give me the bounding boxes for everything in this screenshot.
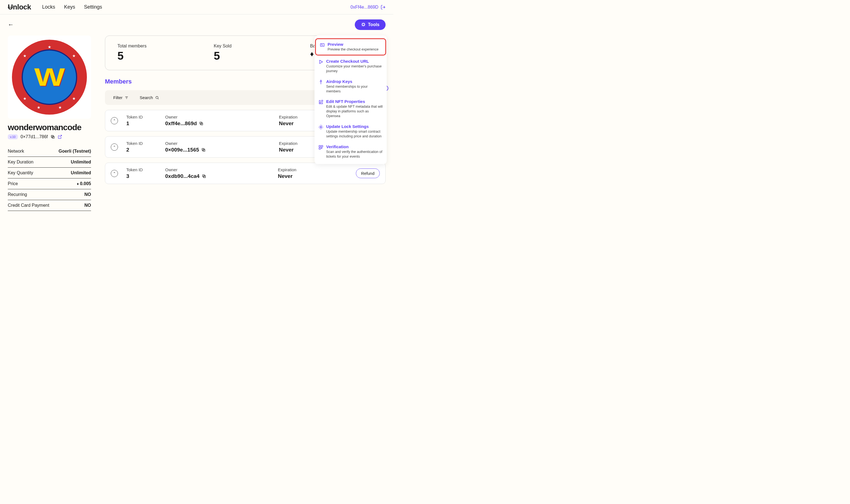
gear-icon (319, 125, 323, 130)
tools-dropdown: Preview Preview the checkout experience … (314, 36, 387, 164)
main-content: Total members 5 Key Sold 5 Bala ♦ Member… (105, 36, 385, 211)
filter-button[interactable]: Filter (113, 95, 128, 100)
search-icon (155, 96, 159, 100)
lock-image: W ★ ★ ★ ★ ★ ★ ★ (8, 36, 91, 119)
expand-button[interactable]: ⌃ (111, 170, 118, 177)
nav-settings[interactable]: Settings (84, 4, 102, 10)
refund-button[interactable]: Refund (356, 168, 380, 178)
stat-sold: Key Sold 5 (214, 43, 277, 62)
svg-rect-20 (319, 148, 320, 149)
lock-title: wonderwomancode (8, 123, 91, 132)
svg-point-5 (156, 96, 158, 98)
dropdown-preview[interactable]: Preview Preview the checkout experience (315, 38, 386, 55)
tools-icon (361, 22, 366, 27)
copy-icon[interactable] (201, 148, 206, 152)
tools-button[interactable]: Tools (355, 19, 385, 30)
copy-icon[interactable] (51, 134, 55, 139)
back-arrow[interactable]: ← (8, 21, 14, 28)
wallet-display[interactable]: 0xFf4e...869D (350, 5, 386, 10)
dropdown-checkout[interactable]: Create Checkout URL Customize your membe… (314, 56, 387, 76)
svg-rect-21 (322, 148, 322, 148)
lock-sidebar: W ★ ★ ★ ★ ★ ★ ★ wonderwomancode v.10 0×7… (8, 36, 91, 211)
play-icon (319, 59, 323, 65)
dropdown-settings[interactable]: Update Lock Settings Update membership s… (314, 121, 387, 142)
ethereum-icon: ♦ (77, 181, 79, 186)
lock-info-table: Network Goerli (Testnet) Key Duration Un… (8, 146, 91, 211)
wallet-address: 0xFf4e...869D (350, 5, 379, 10)
svg-rect-18 (319, 145, 320, 147)
search-button[interactable]: Search (140, 95, 159, 100)
dropdown-verify[interactable]: Verification Scan and verify the authent… (314, 142, 387, 162)
lock-address: 0×77d1...786f (20, 134, 48, 139)
main-nav: Locks Keys Settings (42, 4, 102, 10)
ethereum-icon: ♦ (310, 50, 314, 58)
info-cc: Credit Card Payment NO (8, 200, 91, 211)
svg-line-6 (158, 98, 159, 99)
expand-button[interactable]: ⌃ (111, 143, 118, 151)
info-recurring: Recurring NO (8, 189, 91, 200)
preview-icon (320, 42, 325, 48)
nav-locks[interactable]: Locks (42, 4, 55, 10)
edit-icon (319, 100, 323, 105)
info-network: Network Goerli (Testnet) (8, 146, 91, 157)
svg-marker-16 (320, 60, 323, 64)
app-header: Unlock Locks Keys Settings 0xFf4e...869D (0, 0, 393, 14)
info-duration: Key Duration Unlimited (8, 157, 91, 168)
member-row: ⌃ Token ID 3 Owner 0xdb90...4ca4 Expirat… (105, 163, 385, 184)
external-link-icon[interactable] (58, 134, 62, 139)
info-price: Price ♦0.005 (8, 178, 91, 189)
expand-button[interactable]: ⌃ (111, 117, 118, 124)
dropdown-airdrop[interactable]: Airdrop Keys Send memberships to your me… (314, 76, 387, 96)
dropdown-nft[interactable]: Edit NFT Properties Edit & update NFT me… (314, 96, 387, 121)
filter-icon (125, 96, 128, 100)
logo[interactable]: Unlock (8, 3, 31, 12)
copy-icon[interactable] (199, 121, 203, 126)
qr-icon (319, 145, 323, 150)
stat-members: Total members 5 (117, 43, 180, 62)
airdrop-icon (319, 80, 323, 85)
svg-rect-19 (322, 145, 323, 147)
svg-point-17 (320, 127, 322, 128)
copy-icon[interactable] (202, 174, 206, 178)
nav-keys[interactable]: Keys (64, 4, 75, 10)
version-badge: v.10 (8, 134, 18, 139)
sign-out-icon (381, 5, 385, 10)
info-quantity: Key Quantity Unlimited (8, 168, 91, 178)
